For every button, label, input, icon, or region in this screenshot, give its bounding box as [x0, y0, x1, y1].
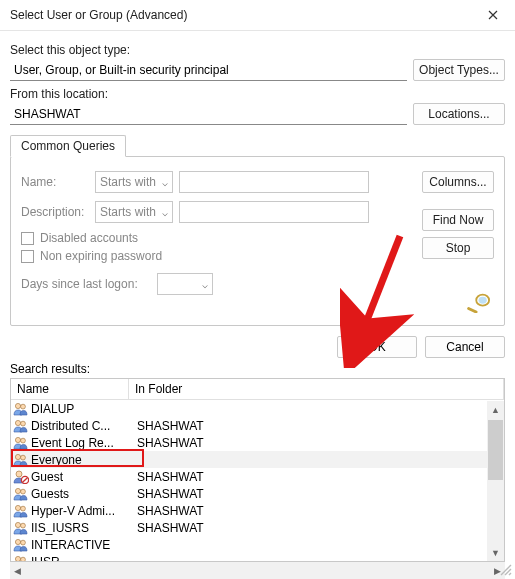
group-icon: [11, 521, 31, 535]
cancel-button[interactable]: Cancel: [425, 336, 505, 358]
svg-point-10: [21, 455, 26, 460]
row-folder: SHASHWAT: [133, 504, 504, 518]
row-folder: SHASHWAT: [133, 487, 504, 501]
row-folder: SHASHWAT: [133, 470, 504, 484]
svg-point-7: [15, 437, 20, 442]
stop-button[interactable]: Stop: [422, 237, 494, 259]
columns-button[interactable]: Columns...: [422, 171, 494, 193]
locations-button[interactable]: Locations...: [413, 103, 505, 125]
table-row[interactable]: IIS_IUSRSSHASHWAT: [11, 519, 504, 536]
svg-point-9: [15, 454, 20, 459]
table-row[interactable]: Event Log Re...SHASHWAT: [11, 434, 504, 451]
location-field[interactable]: SHASHWAT: [10, 104, 407, 125]
group-icon: [11, 555, 31, 563]
query-area: Name: Starts with ⌵ Description: Starts …: [21, 171, 412, 313]
from-location-label: From this location:: [10, 87, 505, 101]
disabled-accounts-checkbox[interactable]: [21, 232, 34, 245]
scroll-down-icon[interactable]: ▼: [488, 544, 503, 561]
row-name: Everyone: [31, 453, 133, 467]
results-grid[interactable]: Name In Folder DIALUPDistributed C...SHA…: [10, 378, 505, 562]
disabled-accounts-label: Disabled accounts: [40, 231, 138, 245]
svg-point-15: [21, 489, 26, 494]
svg-point-23: [21, 557, 26, 562]
row-name: Distributed C...: [31, 419, 133, 433]
days-since-label: Days since last logon:: [21, 277, 151, 291]
tabs: Common Queries Name: Starts with ⌵ Descr…: [10, 135, 505, 326]
name-label: Name:: [21, 175, 89, 189]
dialog-body: Select this object type: User, Group, or…: [0, 31, 515, 330]
scroll-up-icon[interactable]: ▲: [488, 401, 503, 418]
group-icon: [11, 538, 31, 552]
query-buttons: Columns... Find Now Stop: [422, 171, 494, 313]
search-results-label: Search results:: [0, 362, 515, 378]
svg-point-11: [16, 471, 22, 477]
dialog-buttons: OK Cancel: [0, 330, 515, 362]
svg-point-3: [15, 403, 20, 408]
svg-point-16: [15, 505, 20, 510]
horizontal-scrollbar[interactable]: ◀ ▶: [10, 562, 505, 579]
resize-grip-icon[interactable]: [499, 563, 513, 577]
close-button[interactable]: [479, 4, 507, 26]
table-row[interactable]: Hyper-V Admi...SHASHWAT: [11, 502, 504, 519]
table-row[interactable]: IUSR: [11, 553, 504, 562]
tab-panel: Name: Starts with ⌵ Description: Starts …: [10, 156, 505, 326]
grid-header: Name In Folder: [11, 379, 504, 400]
object-type-field[interactable]: User, Group, or Built-in security princi…: [10, 60, 407, 81]
table-row[interactable]: Distributed C...SHASHWAT: [11, 417, 504, 434]
tab-common-queries[interactable]: Common Queries: [10, 135, 126, 157]
svg-point-21: [21, 540, 26, 545]
row-name: Guest: [31, 470, 133, 484]
scroll-thumb[interactable]: [488, 420, 503, 480]
row-name: Guests: [31, 487, 133, 501]
group-icon: [11, 419, 31, 433]
table-row[interactable]: GuestsSHASHWAT: [11, 485, 504, 502]
svg-point-19: [21, 523, 26, 528]
row-name: Event Log Re...: [31, 436, 133, 450]
search-icon: [464, 291, 494, 313]
ok-button[interactable]: OK: [337, 336, 417, 358]
group-icon: [11, 487, 31, 501]
table-row[interactable]: INTERACTIVE: [11, 536, 504, 553]
name-match-combo[interactable]: Starts with ⌵: [95, 171, 173, 193]
svg-point-18: [15, 522, 20, 527]
non-expiring-label: Non expiring password: [40, 249, 162, 263]
col-folder[interactable]: In Folder: [129, 379, 504, 399]
find-now-button[interactable]: Find Now: [422, 209, 494, 231]
svg-point-5: [15, 420, 20, 425]
svg-point-20: [15, 539, 20, 544]
description-label: Description:: [21, 205, 89, 219]
days-since-combo[interactable]: ⌵: [157, 273, 213, 295]
close-icon: [488, 10, 498, 20]
object-type-label: Select this object type:: [10, 43, 505, 57]
window-title: Select User or Group (Advanced): [10, 8, 187, 22]
non-expiring-checkbox[interactable]: [21, 250, 34, 263]
name-text-input[interactable]: [179, 171, 369, 193]
table-row[interactable]: Everyone: [11, 451, 504, 468]
group-icon: [11, 453, 31, 467]
table-row[interactable]: GuestSHASHWAT: [11, 468, 504, 485]
chevron-down-icon: ⌵: [202, 279, 208, 290]
description-match-value: Starts with: [100, 205, 156, 219]
group-icon: [11, 402, 31, 416]
scroll-left-icon[interactable]: ◀: [10, 562, 25, 579]
description-match-combo[interactable]: Starts with ⌵: [95, 201, 173, 223]
row-name: IIS_IUSRS: [31, 521, 133, 535]
object-types-button[interactable]: Object Types...: [413, 59, 505, 81]
row-folder: SHASHWAT: [133, 419, 504, 433]
svg-point-4: [21, 404, 26, 409]
titlebar: Select User or Group (Advanced): [0, 0, 515, 31]
name-match-value: Starts with: [100, 175, 156, 189]
svg-point-22: [15, 556, 20, 561]
svg-rect-2: [467, 307, 478, 313]
row-name: IUSR: [31, 555, 133, 563]
col-name[interactable]: Name: [11, 379, 129, 399]
row-folder: SHASHWAT: [133, 521, 504, 535]
row-name: Hyper-V Admi...: [31, 504, 133, 518]
svg-point-6: [21, 421, 26, 426]
row-folder: SHASHWAT: [133, 436, 504, 450]
description-text-input[interactable]: [179, 201, 369, 223]
chevron-down-icon: ⌵: [162, 207, 168, 218]
vertical-scrollbar[interactable]: ▲ ▼: [487, 401, 504, 561]
table-row[interactable]: DIALUP: [11, 400, 504, 417]
row-name: INTERACTIVE: [31, 538, 133, 552]
